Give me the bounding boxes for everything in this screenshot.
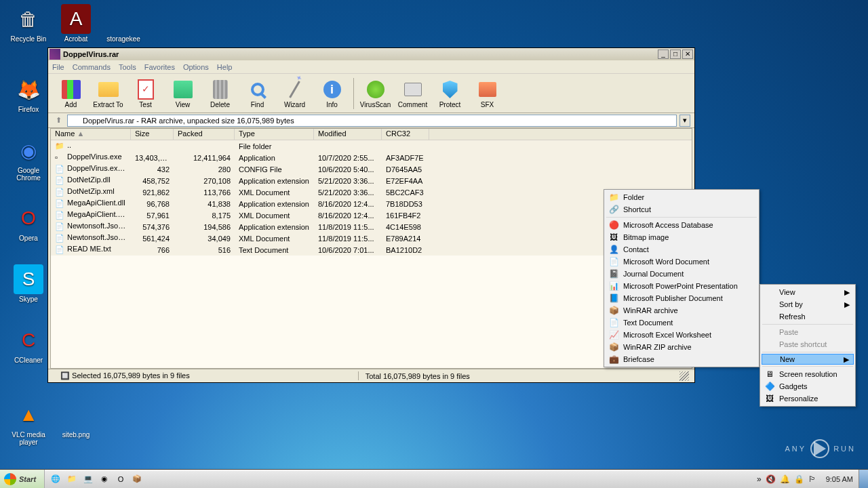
clock[interactable]: 9:05 AM <box>826 475 853 483</box>
desktop-icon-firefox[interactable]: 🦊Firefox <box>7 75 50 113</box>
menu-item-winrar-archive[interactable]: 📦WinRAR archive <box>606 304 757 317</box>
menu-tools[interactable]: Tools <box>119 63 136 71</box>
file-row[interactable]: 📄DoppelVirus.exe.... 432 280 CONFIG File… <box>51 163 692 175</box>
menu-favorites[interactable]: Favorites <box>144 63 175 71</box>
toolbar-find[interactable]: Find <box>239 75 276 112</box>
toolbar-view[interactable]: View <box>164 75 201 112</box>
start-button[interactable]: Start <box>0 470 45 489</box>
books-icon <box>60 78 82 101</box>
menu-item-gadgets[interactable]: 🔷Gadgets <box>762 380 854 392</box>
file-row[interactable]: ▫DoppelVirus.exe 13,403,648 12,411,964 A… <box>51 152 692 163</box>
file-row[interactable]: 📄MegaApiClient.xml 57,961 8,175 XML Docu… <box>51 209 692 221</box>
desktop-icon-google-chrome[interactable]: ◉Google Chrome <box>7 136 50 182</box>
tray-icon-3[interactable]: 🔒 <box>794 474 804 484</box>
info-icon: i <box>321 78 343 101</box>
col-name[interactable]: Name ▲ <box>51 129 131 140</box>
menu-item-new[interactable]: New▶ <box>762 354 854 365</box>
maximize-button[interactable]: □ <box>670 49 681 59</box>
menu-item-journal-document[interactable]: 📓Journal Document <box>606 268 757 280</box>
menu-item-view[interactable]: View▶ <box>762 286 854 298</box>
file-row[interactable]: 📄DotNetZip.xml 921,862 113,766 XML Docum… <box>51 186 692 198</box>
quicklaunch-item-0[interactable]: 🌐 <box>49 472 62 486</box>
file-icon: ▫ <box>55 153 64 163</box>
tray-icon-1[interactable]: 🔇 <box>766 474 776 484</box>
menu-item-microsoft-access-database[interactable]: 🔴Microsoft Access Database <box>606 219 757 231</box>
menu-commands[interactable]: Commands <box>73 63 111 71</box>
menu-item-sort-by[interactable]: Sort by▶ <box>762 298 854 310</box>
file-row[interactable]: 📄MegaApiClient.dll 96,768 41,838 Applica… <box>51 198 692 209</box>
desktop-icon-recycle-bin[interactable]: 🗑Recycle Bin <box>7 4 50 43</box>
path-text: DoppelVirus.rar - RAR archive, unpacked … <box>83 117 294 125</box>
col-crc[interactable]: CRC32 <box>382 129 429 140</box>
toolbar-delete[interactable]: Delete <box>201 75 239 112</box>
menu-item-winrar-zip-archive[interactable]: 📦WinRAR ZIP archive <box>606 341 757 353</box>
resize-grip[interactable] <box>679 371 689 381</box>
desktop-icon-acrobat[interactable]: AAcrobat <box>54 4 98 43</box>
file-row[interactable]: 📄Newtonsoft.Json... 561,424 34,049 XML D… <box>51 232 692 244</box>
path-dropdown[interactable]: ▾ <box>679 115 690 127</box>
quicklaunch-item-3[interactable]: ◉ <box>98 472 111 486</box>
desktop-icon-opera[interactable]: OOpera <box>7 203 50 242</box>
menu-item-microsoft-powerpoint-presentation[interactable]: 📊Microsoft PowerPoint Presentation <box>606 280 757 292</box>
menu-item-icon: 📄 <box>608 256 619 267</box>
col-type[interactable]: Type <box>235 129 314 140</box>
menu-item-briefcase[interactable]: 💼Briefcase <box>606 353 757 365</box>
toolbar-add[interactable]: Add <box>52 75 90 112</box>
path-input[interactable]: DoppelVirus.rar - RAR archive, unpacked … <box>67 115 677 127</box>
col-packed[interactable]: Packed <box>174 129 235 140</box>
file-row[interactable]: 📁.. File folder <box>51 140 692 152</box>
file-row[interactable]: 📄READ ME.txt 766 516 Text Document 10/6/… <box>51 244 692 256</box>
menu-item-folder[interactable]: 📁Folder <box>606 191 757 203</box>
menu-item-microsoft-excel-worksheet[interactable]: 📈Microsoft Excel Worksheet <box>606 329 757 341</box>
menu-item-microsoft-word-document[interactable]: 📄Microsoft Word Document <box>606 256 757 268</box>
virus-icon <box>365 78 387 101</box>
tray-icon-2[interactable]: 🔔 <box>780 474 790 484</box>
desktop-icon-siteb.png[interactable]: siteb.png <box>54 400 98 439</box>
toolbar-sfx[interactable]: SFX <box>469 75 506 112</box>
menu-item-screen-resolution[interactable]: 🖥Screen resolution <box>762 368 854 380</box>
watermark: ANY RUN <box>785 439 856 458</box>
toolbar-protect[interactable]: Protect <box>431 75 469 112</box>
menu-item-paste-shortcut: Paste shortcut <box>762 338 854 350</box>
quicklaunch-item-2[interactable]: 💻 <box>81 472 95 486</box>
desktop-icon-ccleaner[interactable]: CCCleaner <box>7 325 50 364</box>
desktop-icon-skype[interactable]: SSkype <box>7 264 50 303</box>
toolbar-virusscan[interactable]: VirusScan <box>357 75 394 112</box>
file-row[interactable]: 📄DotNetZip.dll 458,752 270,108 Applicati… <box>51 175 692 186</box>
menu-item-text-document[interactable]: 📄Text Document <box>606 317 757 329</box>
menu-item-personalize[interactable]: 🖼Personalize <box>762 392 854 405</box>
sfx-icon <box>477 78 498 101</box>
menu-item-bitmap-image[interactable]: 🖼Bitmap image <box>606 231 757 243</box>
titlebar[interactable]: DoppelVirus.rar _ □ ✕ <box>48 48 694 60</box>
menu-file[interactable]: File <box>52 63 64 71</box>
tray-icon-0[interactable]: » <box>757 474 762 484</box>
col-size[interactable]: Size <box>131 129 174 140</box>
toolbar-extract-to[interactable]: Extract To <box>90 75 127 112</box>
desktop-icon-storagekee[interactable]: storagekee <box>102 4 145 43</box>
menu-item-microsoft-publisher-document[interactable]: 📘Microsoft Publisher Document <box>606 292 757 304</box>
quicklaunch-item-1[interactable]: 📁 <box>65 472 79 486</box>
file-row[interactable]: 📄Newtonsoft.Json.dll 574,376 194,586 App… <box>51 221 692 232</box>
up-button[interactable]: ⬆ <box>52 115 64 127</box>
tray-icon-4[interactable]: 🏳 <box>808 474 816 484</box>
toolbar-test[interactable]: Test <box>127 75 164 112</box>
menu-item-shortcut[interactable]: 🔗Shortcut <box>606 203 757 216</box>
menu-item-contact[interactable]: 👤Contact <box>606 243 757 256</box>
col-modified[interactable]: Modified <box>314 129 382 140</box>
desktop-icon-vlc-media-player[interactable]: ▲VLC media player <box>7 400 50 446</box>
menu-item-icon: 📊 <box>608 281 619 291</box>
submenu-arrow-icon: ▶ <box>844 288 850 297</box>
menu-item-icon: 📦 <box>608 305 619 316</box>
toolbar-wizard[interactable]: Wizard <box>276 75 313 112</box>
quicklaunch-item-5[interactable]: 📦 <box>130 472 144 486</box>
menu-item-refresh[interactable]: Refresh <box>762 310 854 323</box>
toolbar: AddExtract ToTestViewDeleteFindWizardiIn… <box>48 74 694 113</box>
close-button[interactable]: ✕ <box>682 49 693 59</box>
menu-options[interactable]: Options <box>183 63 209 71</box>
toolbar-info[interactable]: iInfo <box>313 75 351 112</box>
toolbar-comment[interactable]: Comment <box>394 75 431 112</box>
quicklaunch-item-4[interactable]: O <box>114 472 127 486</box>
minimize-button[interactable]: _ <box>658 49 669 59</box>
show-desktop-button[interactable] <box>859 470 868 489</box>
menu-help[interactable]: Help <box>217 63 233 71</box>
